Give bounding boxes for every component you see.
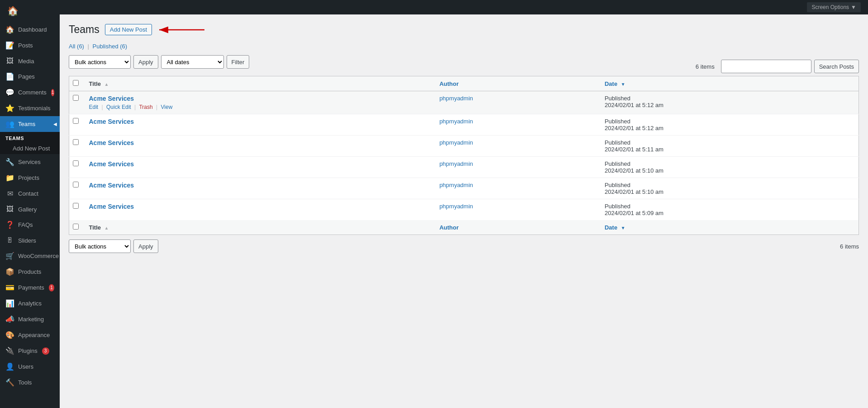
- sidebar-item-marketing[interactable]: 📣 Marketing: [0, 311, 60, 327]
- appearance-icon: 🎨: [5, 331, 14, 339]
- sidebar-item-label: Analytics: [18, 300, 42, 307]
- teams-icon: 👥: [5, 120, 14, 128]
- row-1-author-link[interactable]: phpmyadmin: [439, 95, 473, 102]
- apply-button-bottom[interactable]: Apply: [133, 239, 158, 253]
- screen-options-chevron-icon: ▼: [851, 4, 856, 10]
- sidebar-item-gallery[interactable]: 🖼 Gallery: [0, 202, 60, 217]
- sidebar-sub-add-new-post[interactable]: Add New Post: [0, 143, 60, 154]
- row-1-title-link[interactable]: Acme Services: [89, 95, 134, 102]
- search-input[interactable]: [721, 60, 811, 73]
- row-2-author-link[interactable]: phpmyadmin: [439, 118, 473, 125]
- row-4-checkbox[interactable]: [73, 160, 79, 166]
- row-5-date: Published 2024/02/01 at 5:10 am: [605, 182, 853, 195]
- footer-col-title[interactable]: Title ▲: [84, 220, 434, 235]
- row-3-checkbox[interactable]: [73, 139, 79, 145]
- sidebar-item-dashboard[interactable]: 🏠 Dashboard: [0, 22, 60, 38]
- search-posts-button[interactable]: Search Posts: [814, 60, 859, 73]
- analytics-icon: 📊: [5, 299, 14, 308]
- row-6-author-link[interactable]: phpmyadmin: [439, 203, 473, 210]
- sidebar-item-faqs[interactable]: ❓ FAQs: [0, 217, 60, 233]
- row-1-view-link[interactable]: View: [161, 104, 173, 110]
- page-header: Teams Add New Post: [69, 23, 859, 36]
- sidebar-item-products[interactable]: 📦 Products: [0, 264, 60, 280]
- row-2-timestamp: 2024/02/01 at 5:12 am: [605, 125, 853, 131]
- table-header-row: Title ▲ Author Date ▼: [69, 76, 859, 91]
- sidebar-item-projects[interactable]: 📁 Projects: [0, 170, 60, 186]
- sidebar-item-teams[interactable]: 👥 Teams ◀: [0, 116, 60, 132]
- sidebar: 🏠 🏠 Dashboard 📝 Posts 🖼 Media 📄 Pages 💬 …: [0, 0, 60, 408]
- date-filter-select[interactable]: All dates February 2024: [161, 55, 224, 69]
- row-5-checkbox-cell: [69, 178, 84, 199]
- row-4-checkbox-cell: [69, 157, 84, 178]
- sidebar-item-contact[interactable]: ✉ Contact: [0, 186, 60, 202]
- select-all-checkbox[interactable]: [73, 80, 79, 86]
- sidebar-item-comments[interactable]: 💬 Comments 1: [0, 84, 60, 100]
- apply-button-top[interactable]: Apply: [133, 55, 158, 69]
- teams-collapse-arrow: ◀: [53, 122, 57, 127]
- table-nav-right: 6 items Search Posts: [696, 60, 859, 73]
- col-header-date[interactable]: Date ▼: [599, 76, 859, 91]
- projects-icon: 📁: [5, 174, 14, 182]
- comments-badge: 1: [51, 89, 54, 96]
- filter-link-published[interactable]: Published (6): [93, 43, 128, 50]
- sliders-icon: 🎚: [5, 236, 14, 244]
- faqs-icon: ❓: [5, 220, 14, 229]
- row-3-date-cell: Published 2024/02/01 at 5:11 am: [599, 136, 859, 157]
- screen-options-button[interactable]: Screen Options ▼: [807, 2, 861, 12]
- sidebar-item-services[interactable]: 🔧 Services: [0, 154, 60, 170]
- row-5-title-cell: Acme Services Edit | Quick Edit | Trash …: [84, 178, 434, 199]
- table-row: Acme Services Edit | Quick Edit | Trash …: [69, 114, 859, 136]
- row-6-title-link[interactable]: Acme Services: [89, 203, 134, 210]
- sidebar-item-label: Contact: [18, 190, 38, 197]
- sidebar-item-appearance[interactable]: 🎨 Appearance: [0, 327, 60, 343]
- row-1-edit-link[interactable]: Edit: [89, 104, 99, 110]
- row-6-date-cell: Published 2024/02/01 at 5:09 am: [599, 199, 859, 220]
- sidebar-item-users[interactable]: 👤 Users: [0, 359, 60, 375]
- sidebar-item-posts[interactable]: 📝 Posts: [0, 38, 60, 53]
- add-new-post-container: Add New Post: [105, 24, 152, 35]
- row-2-title-link[interactable]: Acme Services: [89, 118, 134, 125]
- red-arrow-annotation: [155, 24, 209, 35]
- users-icon: 👤: [5, 362, 14, 371]
- row-5-author-link[interactable]: phpmyadmin: [439, 182, 473, 188]
- row-6-status: Published: [605, 203, 853, 210]
- sidebar-item-plugins[interactable]: 🔌 Plugins 3: [0, 343, 60, 359]
- row-1-checkbox[interactable]: [73, 95, 79, 101]
- sidebar-item-payments[interactable]: 💳 Payments 1: [0, 280, 60, 295]
- sidebar-item-sliders[interactable]: 🎚 Sliders: [0, 233, 60, 248]
- sidebar-item-woocommerce[interactable]: 🛒 WooCommerce: [0, 248, 60, 264]
- row-1-trash-link[interactable]: Trash: [139, 104, 152, 110]
- row-1-status: Published: [605, 95, 853, 102]
- row-5-title-link[interactable]: Acme Services: [89, 182, 134, 189]
- row-4-title-link[interactable]: Acme Services: [89, 160, 134, 168]
- footer-col-author: Author: [434, 220, 599, 235]
- filter-button[interactable]: Filter: [227, 55, 250, 69]
- sidebar-item-tools[interactable]: 🔨 Tools: [0, 375, 60, 390]
- dashboard-icon: 🏠: [5, 25, 14, 34]
- row-3-author-link[interactable]: phpmyadmin: [439, 139, 473, 146]
- bulk-actions-select-top[interactable]: Bulk actions Edit Move to Trash: [69, 55, 131, 69]
- sidebar-logo: 🏠: [0, 0, 60, 22]
- tools-icon: 🔨: [5, 378, 14, 387]
- row-1-quick-edit-link[interactable]: Quick Edit: [106, 104, 131, 110]
- row-5-checkbox[interactable]: [73, 182, 79, 188]
- row-4-author-link[interactable]: phpmyadmin: [439, 160, 473, 167]
- bulk-actions-select-bottom[interactable]: Bulk actions Edit Move to Trash: [69, 239, 131, 253]
- posts-icon: 📝: [5, 41, 14, 50]
- payments-badge: 1: [49, 284, 54, 291]
- row-2-status: Published: [605, 118, 853, 125]
- footer-col-date[interactable]: Date ▼: [599, 220, 859, 235]
- plugins-icon: 🔌: [5, 347, 14, 355]
- sidebar-item-pages[interactable]: 📄 Pages: [0, 69, 60, 84]
- sidebar-item-testimonials[interactable]: ⭐ Testimonials: [0, 100, 60, 116]
- posts-table: Title ▲ Author Date ▼ Acme Services: [69, 76, 859, 235]
- col-header-title[interactable]: Title ▲: [84, 76, 434, 91]
- row-6-checkbox[interactable]: [73, 203, 79, 209]
- sidebar-item-media[interactable]: 🖼 Media: [0, 53, 60, 69]
- select-all-checkbox-bottom[interactable]: [73, 224, 79, 230]
- row-2-checkbox[interactable]: [73, 118, 79, 124]
- filter-link-all[interactable]: All (6): [69, 43, 84, 50]
- row-3-title-link[interactable]: Acme Services: [89, 139, 134, 146]
- sidebar-item-analytics[interactable]: 📊 Analytics: [0, 295, 60, 311]
- add-new-post-button[interactable]: Add New Post: [105, 24, 152, 35]
